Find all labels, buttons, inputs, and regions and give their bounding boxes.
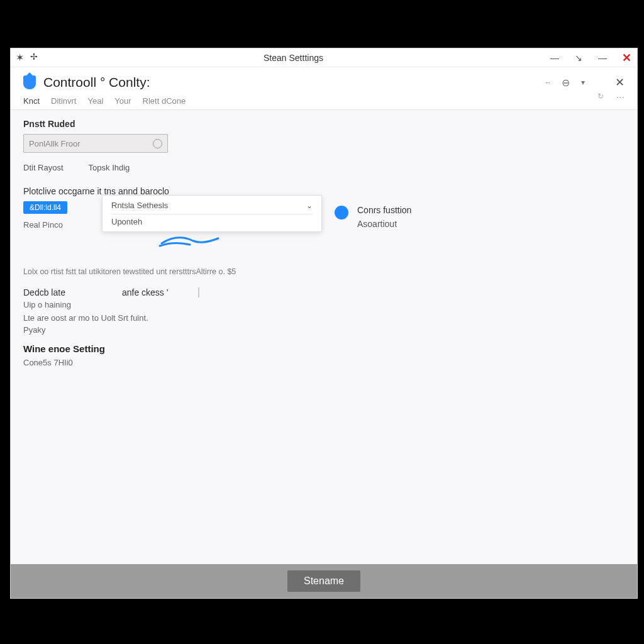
link-b[interactable]: Topsk Ihdig xyxy=(89,163,130,172)
titlebar-left-icons: ✶ ✢ xyxy=(16,52,38,64)
circle-icon[interactable]: ⊖ xyxy=(562,77,570,89)
brand-icon xyxy=(23,75,36,89)
line3: Pyaky xyxy=(23,325,625,335)
close-icon[interactable]: ✕ xyxy=(621,51,632,65)
minimize1-icon[interactable]: — xyxy=(549,53,560,63)
pair-row: Dedcb late anfe ckess ' xyxy=(23,287,625,297)
tab-0[interactable]: Knct xyxy=(23,96,40,106)
link-a[interactable]: Dtit Rayost xyxy=(23,163,64,172)
toggle-sublabel: Asoartiout xyxy=(357,217,411,231)
divider-icon xyxy=(198,287,199,297)
toggle-group: Conrs fusttion Asoartiout xyxy=(335,203,411,231)
blue-tag[interactable]: &Dll:ld.ll4 xyxy=(23,201,67,214)
footer-bar: Stename xyxy=(11,564,637,598)
breadcrumb: Controoll ° Conlty: xyxy=(23,75,150,90)
dropdown-body[interactable]: Uponteh xyxy=(111,214,313,226)
window-controls: — ↘ — ✕ xyxy=(549,51,632,65)
toggle-label: Conrs fusttion xyxy=(357,203,411,217)
restore-icon[interactable]: ↘ xyxy=(573,53,584,63)
chevron-down-icon[interactable]: ⌄ xyxy=(306,201,313,210)
minimize2-icon[interactable]: — xyxy=(597,53,608,63)
refresh-icon[interactable]: ↻ xyxy=(597,92,604,103)
tab-4[interactable]: Rlett dCone xyxy=(143,96,186,106)
search-icon xyxy=(153,139,162,148)
header: Controoll ° Conlty: -· ⊖ ▾ ✕ Knct Ditinv… xyxy=(11,67,637,110)
toggle-dot[interactable] xyxy=(335,206,348,219)
scribble-decoration xyxy=(158,235,221,247)
close-soft-icon[interactable]: ✕ xyxy=(615,75,625,89)
primary-footer-button[interactable]: Stename xyxy=(287,570,360,592)
title-bar: ✶ ✢ Stean Setttings — ↘ — ✕ xyxy=(11,48,637,67)
section1-links: Dtit Rayost Topsk Ihdig xyxy=(23,163,625,172)
search-input[interactable]: PonlAllk Froor xyxy=(23,134,168,153)
tab-2[interactable]: Yeal xyxy=(87,96,103,106)
content-area: Pnstt Ruded PonlAllk Froor Dtit Rayost T… xyxy=(11,110,637,564)
section3-title: Wine enoe Setting xyxy=(23,343,625,354)
helper-note: Lolx oo rtist fstt tal utikitoren tewsti… xyxy=(23,267,625,276)
header-secondary-actions: ↻ ··· xyxy=(597,92,625,103)
star-icon[interactable]: ✶ xyxy=(16,52,24,64)
header-actions: -· ⊖ ▾ ✕ xyxy=(546,75,625,89)
section3-value: Cone5s 7HIi0 xyxy=(23,358,625,367)
tabs: Knct Ditinvrt Yeal Your Rlett dCone xyxy=(23,96,186,109)
pair-a: Dedcb late xyxy=(23,287,65,297)
dash-icon[interactable]: -· xyxy=(546,78,550,87)
chevron-down-icon[interactable]: ▾ xyxy=(581,78,585,87)
dropdown-panel[interactable]: Rntsla Sethesls ⌄ Uponteh xyxy=(102,195,322,232)
window-title: Stean Setttings xyxy=(38,53,549,63)
plus-nav-icon[interactable]: ✢ xyxy=(30,52,38,64)
more-icon[interactable]: ··· xyxy=(616,92,625,103)
dropdown-head-label: Rntsla Sethesls xyxy=(111,201,168,210)
line1: Uip o haining xyxy=(23,300,625,309)
breadcrumb-text: Controoll ° Conlty: xyxy=(43,75,150,90)
section1-title: Pnstt Ruded xyxy=(23,119,625,129)
tab-1[interactable]: Ditinvrt xyxy=(51,96,76,106)
pair-b: anfe ckess ' xyxy=(122,287,169,297)
tab-3[interactable]: Your xyxy=(114,96,131,106)
settings-window: ✶ ✢ Stean Setttings — ↘ — ✕ Controoll ° … xyxy=(10,48,638,599)
line2: Lte are oost ar mo to Uolt Srt fuint. xyxy=(23,313,625,323)
search-placeholder-text: PonlAllk Froor xyxy=(29,139,80,148)
